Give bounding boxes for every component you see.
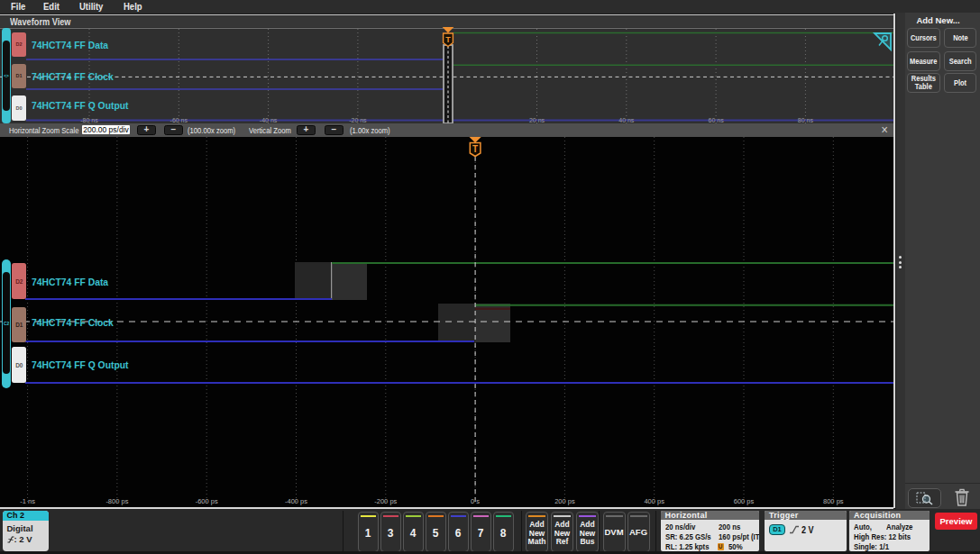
svg-text:0 s: 0 s	[471, 497, 480, 505]
svg-text:60 ns: 60 ns	[709, 117, 725, 123]
svg-text:20 ns: 20 ns	[529, 117, 545, 123]
svg-text:-1 ns: -1 ns	[20, 497, 35, 505]
svg-text:-800 ps: -800 ps	[105, 497, 128, 505]
svg-text:-80 ns: -80 ns	[80, 117, 98, 123]
svg-text:40 ns: 40 ns	[618, 117, 635, 123]
svg-text:-600 ps: -600 ps	[196, 497, 218, 505]
svg-text:-20 ns: -20 ns	[349, 117, 367, 123]
svg-text:600 ps: 600 ps	[734, 497, 755, 505]
svg-text:800 ps: 800 ps	[823, 497, 844, 505]
svg-text:-60 ns: -60 ns	[170, 117, 188, 123]
svg-text:400 ps: 400 ps	[644, 497, 664, 505]
svg-text:80 ns: 80 ns	[798, 117, 814, 123]
svg-text:-200 ps: -200 ps	[374, 497, 397, 505]
svg-text:-40 ns: -40 ns	[260, 117, 278, 123]
svg-text:T: T	[472, 144, 478, 154]
svg-text:-400 ps: -400 ps	[285, 497, 307, 505]
svg-text:T: T	[445, 35, 451, 44]
svg-text:200 ps: 200 ps	[554, 497, 575, 505]
